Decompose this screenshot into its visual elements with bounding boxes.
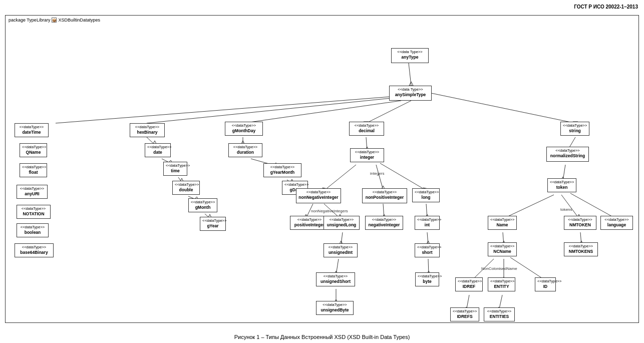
node-token: <<dataType>> token [547, 178, 576, 192]
node-QName: <<dataType>> QName [20, 143, 47, 157]
node-gMonth: <<dataType>> gMonth [188, 198, 217, 212]
node-base64Binary: <<dataType>> base64Binary [15, 243, 54, 257]
node-date: <<dataType>> date [145, 143, 171, 157]
node-unsignedByte: <<dataType>> unsignedByte [316, 301, 354, 315]
node-gMonthDay: <<dataType>> gMonthDay [225, 122, 263, 136]
node-language: <<dataType>> language [600, 216, 633, 230]
diagram-container: package TypeLibrary 📦 XSDBuiltinDatatype… [5, 15, 639, 323]
node-ENTITIES: <<dataType>> ENTITIES [484, 307, 515, 321]
node-short: <<dataType>> short [415, 243, 440, 257]
node-unsignedInt: <<dataType>> unsignedInt [324, 243, 358, 257]
node-boolean: <<dataType>> boolean [17, 223, 49, 237]
svg-line-2 [366, 101, 411, 123]
node-anyType: <<data Type>> anyType [391, 48, 429, 63]
node-ID: <<dataType>> ID [535, 277, 556, 291]
svg-line-8 [243, 101, 401, 123]
svg-text:NonColonisedName: NonColonisedName [481, 266, 517, 271]
node-double: <<dataType>> double [172, 181, 200, 195]
figure-caption: Рисунок 1 – Типы Данных Встроенный XSD (… [0, 334, 644, 340]
svg-text:tokens: tokens [560, 207, 572, 212]
node-nonPositiveInteger: <<dataType>> nonPositiveInteger [362, 188, 407, 203]
page-header: ГОСТ Р ИСО 20022-1–2013 [574, 4, 638, 10]
svg-line-15 [380, 163, 425, 190]
node-NCName: <<dataType>> NCName [488, 242, 517, 256]
svg-text:integers: integers [370, 171, 384, 176]
node-time: <<dataType>> time [163, 162, 187, 176]
svg-line-6 [56, 97, 391, 123]
svg-text:nonNegativeIntegers: nonNegativeIntegers [311, 209, 348, 213]
node-long: <<dataType>> long [412, 188, 440, 202]
node-anyURI: <<dataType>> anyURI [17, 185, 48, 199]
svg-line-39 [504, 195, 554, 218]
svg-marker-1 [409, 82, 413, 86]
node-gYear: <<dataType>> gYear [200, 217, 226, 231]
node-gYearMonth: <<dataType>> gYearMonth [263, 163, 301, 177]
node-duration: <<dataType>> duration [228, 143, 262, 157]
node-NMTOKEN: <<dataType>> NMTOKEN [564, 216, 596, 230]
node-negativeInteger: <<dataType>> negativeInteger [365, 216, 403, 230]
node-ENTITY: <<dataType>> ENTITY [488, 277, 515, 291]
node-IDREFS: <<dataType>> IDREFS [450, 307, 479, 321]
node-integer: <<dataType>> integer [350, 148, 384, 162]
node-int: <<dataType>> int [415, 216, 440, 230]
svg-line-43 [570, 193, 615, 218]
node-IDREF: <<dataType>> IDREF [455, 277, 483, 291]
svg-line-11 [325, 165, 356, 190]
node-nonNegativeInteger: <<dataType>> nonNegativeInteger [296, 188, 341, 203]
node-anySimpleType: <<data Type>> anySimpleType [389, 86, 432, 101]
node-hexBinary: <<dataType>> hexBinary [130, 123, 165, 137]
node-Name: <<dataType>> Name [488, 216, 517, 230]
svg-line-0 [409, 63, 411, 86]
node-float: <<dataType>> float [20, 163, 47, 177]
node-string: <<dataType>> string [560, 122, 589, 136]
package-label: package TypeLibrary 📦 XSDBuiltinDatatype… [9, 18, 100, 23]
svg-line-4 [431, 93, 575, 123]
svg-line-13 [376, 165, 383, 190]
node-byte: <<dataType>> byte [415, 272, 439, 286]
svg-line-7 [147, 98, 391, 123]
svg-line-41 [561, 195, 579, 218]
node-normalizedString: <<dataType>> normalizedString [546, 147, 589, 162]
package-icon: 📦 [52, 18, 57, 23]
node-dateTime: <<dataType>> dateTime [15, 123, 49, 137]
node-decimal: <<dataType>> decimal [349, 122, 384, 136]
node-NMTOKENS: <<dataType>> NMTOKENS [564, 242, 598, 256]
node-unsignedLong: <<dataType>> unsignedLong [324, 216, 360, 230]
node-NOTATION: <<dataType>> NOTATION [17, 205, 51, 219]
node-unsignedShort: <<dataType>> unsignedShort [316, 272, 355, 286]
